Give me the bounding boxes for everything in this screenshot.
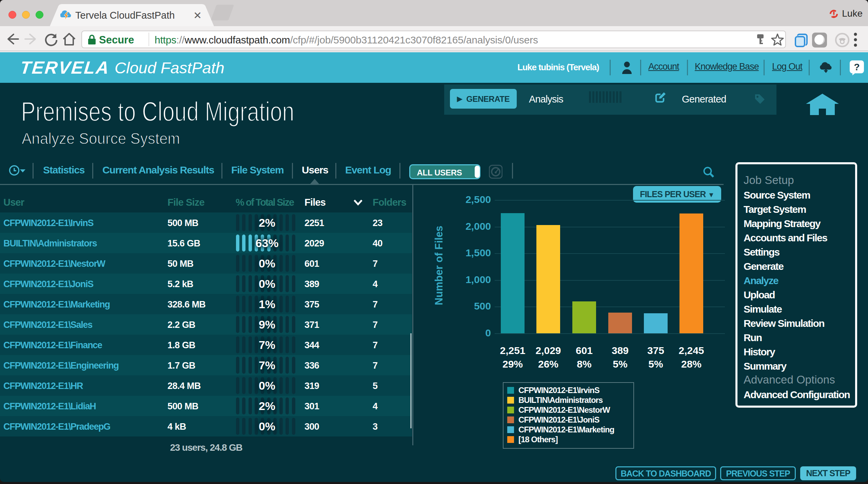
- svg-text:?: ?: [854, 62, 860, 72]
